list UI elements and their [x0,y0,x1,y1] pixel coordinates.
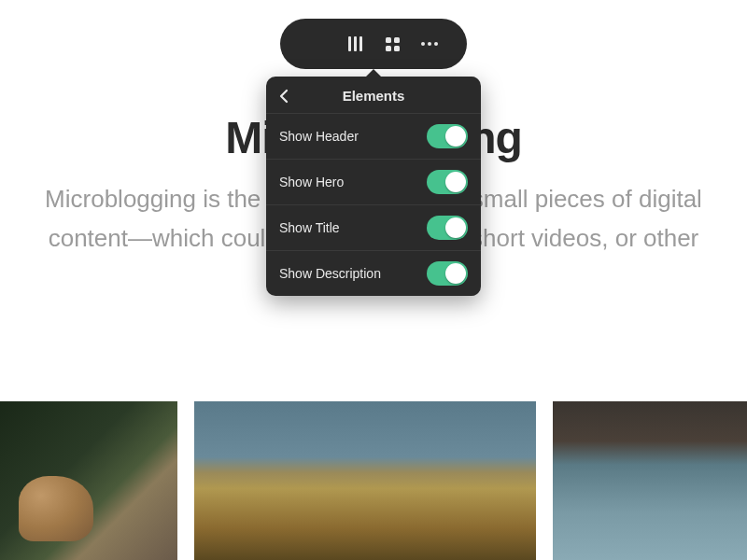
option-row-show-header: Show Header [266,113,481,159]
toggle-show-title[interactable] [427,216,468,240]
grid-button[interactable] [374,25,411,63]
more-button[interactable] [411,25,448,63]
chevron-left-icon [279,89,289,104]
option-label: Show Header [279,129,359,144]
toggle-show-hero[interactable] [427,170,468,194]
option-label: Show Title [279,220,340,235]
option-label: Show Hero [279,175,344,189]
option-label: Show Description [279,266,381,281]
add-button[interactable] [299,25,336,63]
popover-title: Elements [279,88,468,104]
back-button[interactable] [279,89,289,104]
popover-header: Elements [266,77,481,113]
option-row-show-hero: Show Hero [266,159,481,204]
option-row-show-title: Show Title [266,204,481,250]
grid-icon [386,37,400,51]
elements-popover: Elements Show Header Show Hero Show Titl… [266,77,481,296]
toggle-show-description[interactable] [427,261,468,286]
option-row-show-description: Show Description [266,250,481,296]
gallery-thumb[interactable] [553,401,747,560]
columns-icon [348,36,362,51]
columns-button[interactable] [336,25,374,63]
toggle-show-header[interactable] [427,124,468,148]
gallery-thumb[interactable] [194,401,536,560]
gallery-thumb[interactable] [0,401,177,560]
plus-icon [309,35,326,52]
more-icon [421,42,438,46]
image-gallery [0,401,747,560]
editor-toolbar [280,19,467,69]
